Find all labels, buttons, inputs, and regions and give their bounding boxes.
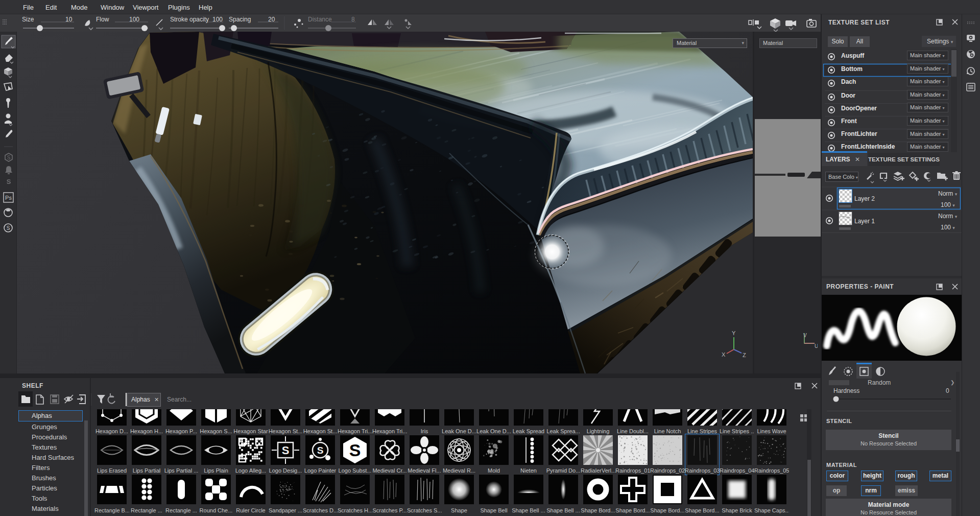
- svg-text:X: X: [722, 351, 726, 358]
- svg-text:S: S: [317, 445, 324, 456]
- svg-text:Y: Y: [732, 330, 736, 336]
- svg-text:S: S: [7, 155, 11, 160]
- svg-text:Z: Z: [743, 352, 746, 358]
- svg-text:V: V: [803, 333, 807, 338]
- svg-text:U: U: [815, 343, 818, 348]
- svg-text:S: S: [349, 440, 361, 460]
- svg-text:S: S: [7, 225, 10, 231]
- svg-text:S: S: [7, 178, 11, 185]
- svg-text:Ps: Ps: [5, 195, 12, 201]
- svg-text:S: S: [282, 444, 290, 457]
